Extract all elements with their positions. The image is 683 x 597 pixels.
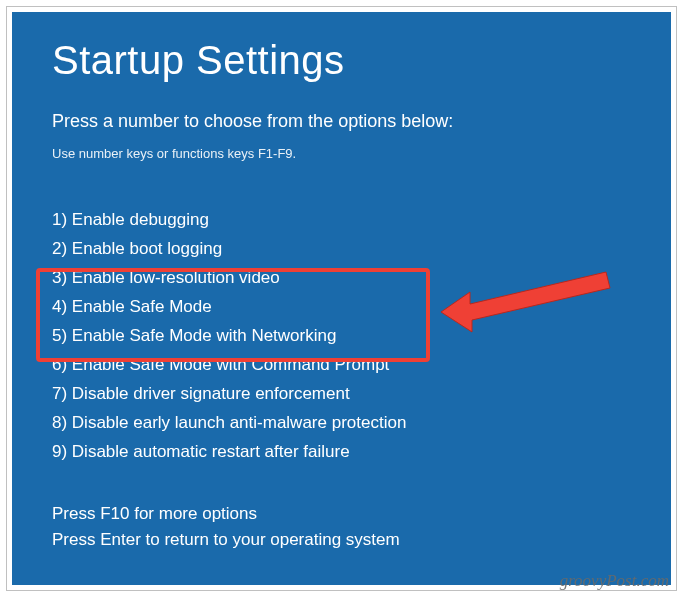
page-title: Startup Settings: [52, 38, 631, 83]
option-1[interactable]: 1) Enable debugging: [52, 205, 631, 234]
watermark: groovyPost.com: [560, 571, 669, 591]
option-3[interactable]: 3) Enable low-resolution video: [52, 263, 631, 292]
footer-return: Press Enter to return to your operating …: [52, 527, 400, 553]
option-8[interactable]: 8) Disable early launch anti-malware pro…: [52, 408, 631, 437]
option-4[interactable]: 4) Enable Safe Mode: [52, 292, 631, 321]
option-7[interactable]: 7) Disable driver signature enforcement: [52, 379, 631, 408]
option-6[interactable]: 6) Enable Safe Mode with Command Prompt: [52, 350, 631, 379]
instruction-text: Press a number to choose from the option…: [52, 111, 631, 132]
footer-more-options: Press F10 for more options: [52, 501, 400, 527]
footer: Press F10 for more options Press Enter t…: [52, 501, 400, 553]
hint-text: Use number keys or functions keys F1-F9.: [52, 146, 631, 161]
startup-settings-screen: Startup Settings Press a number to choos…: [12, 12, 671, 585]
option-2[interactable]: 2) Enable boot logging: [52, 234, 631, 263]
options-list: 1) Enable debugging 2) Enable boot loggi…: [52, 205, 631, 466]
option-5[interactable]: 5) Enable Safe Mode with Networking: [52, 321, 631, 350]
option-9[interactable]: 9) Disable automatic restart after failu…: [52, 437, 631, 466]
